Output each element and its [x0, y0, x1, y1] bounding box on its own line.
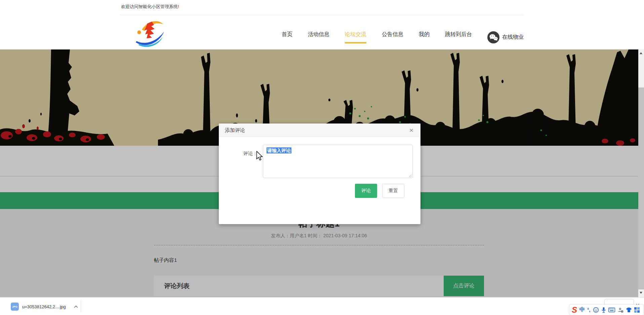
dialog-header: 添加评论 × — [219, 124, 420, 137]
dialog-title: 添加评论 — [225, 124, 245, 137]
jpg-file-icon: JPG — [11, 303, 19, 311]
chinese-mode-icon[interactable]: 中 — [579, 306, 585, 313]
welcome-message: 欢迎访问智能化小区管理系统! — [121, 4, 179, 10]
chevron-up-icon[interactable] — [74, 305, 78, 308]
wechat-icon — [487, 31, 499, 43]
nav-item-backend[interactable]: 跳转到后台 — [445, 31, 472, 43]
account-icon[interactable] — [617, 307, 623, 313]
nav-item-announcements[interactable]: 公告信息 — [382, 31, 403, 43]
divider — [120, 15, 524, 15]
submit-comment-button[interactable]: 评论 — [355, 184, 377, 198]
downloaded-file-name: u=3053812642,2....jpg — [22, 304, 66, 309]
selected-placeholder-text: 请输入评论 — [267, 147, 291, 153]
keyboard-icon[interactable] — [608, 308, 615, 312]
textarea-resize-handle[interactable] — [408, 174, 412, 177]
main-nav: 首页 活动信息 论坛交流 公告信息 我的 跳转到后台 在线物业 — [282, 31, 524, 43]
ime-toolbar: S 中 °, — [569, 305, 643, 315]
comment-textarea[interactable]: 请输入评论 — [263, 145, 413, 178]
site-logo[interactable] — [134, 19, 165, 47]
mouse-cursor-icon — [256, 151, 263, 161]
downloaded-file-item[interactable]: JPG u=3053812642,2....jpg — [9, 300, 80, 313]
emoji-icon[interactable] — [593, 307, 599, 313]
screen: 帖子标题1 发布人：用户名1 时间： 2021-03-09 17:14:06 帖… — [0, 0, 644, 315]
punctuation-icon[interactable]: °, — [587, 307, 591, 313]
scrollbar-up-arrow-icon[interactable] — [640, 52, 642, 54]
online-property-link[interactable]: 在线物业 — [487, 31, 524, 43]
online-property-label: 在线物业 — [502, 34, 524, 41]
scrollbar-down-arrow-icon[interactable] — [640, 292, 642, 294]
nav-item-home[interactable]: 首页 — [282, 31, 292, 43]
divider — [81, 300, 81, 312]
close-icon[interactable]: × — [407, 124, 416, 137]
nav-item-mine[interactable]: 我的 — [419, 31, 430, 43]
comment-field-label: 评论： — [226, 151, 257, 157]
site-header: 欢迎访问智能化小区管理系统! 首页 活动信息 论坛交流 公告信息 我的 跳转到后… — [0, 0, 644, 49]
reset-button[interactable]: 重置 — [382, 184, 404, 198]
add-comment-dialog: 添加评论 × 评论： 请输入评论 评论 重置 — [219, 124, 420, 224]
skin-icon[interactable] — [626, 307, 632, 313]
sogou-logo-icon[interactable]: S — [572, 305, 577, 315]
nav-item-activities[interactable]: 活动信息 — [308, 31, 329, 43]
toolbox-icon[interactable] — [634, 307, 640, 313]
frame-scrollbar[interactable] — [638, 49, 644, 297]
voice-input-icon[interactable] — [601, 307, 606, 313]
download-shelf: JPG u=3053812642,2....jpg 全部显示 × — [0, 297, 644, 315]
nav-item-forum[interactable]: 论坛交流 — [345, 31, 366, 43]
scrollbar-thumb[interactable] — [638, 88, 644, 289]
